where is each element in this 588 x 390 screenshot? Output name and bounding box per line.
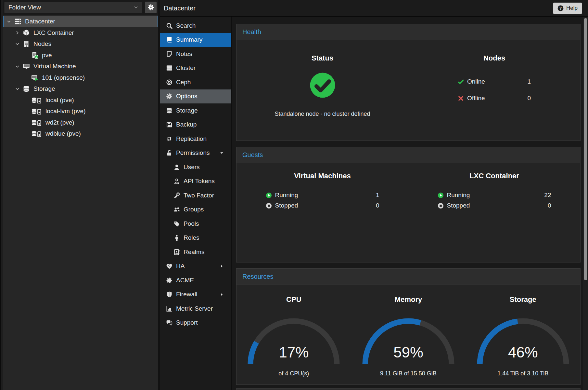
tree-item-label: wd2t (pve)	[45, 119, 74, 126]
menu-item-summary[interactable]: Summary	[160, 33, 231, 47]
tree-item-label: local-lvm (pve)	[45, 108, 86, 115]
tree-item-wdblue-pve[interactable]: wdblue (pve)	[3, 128, 158, 140]
submenu-caret	[220, 264, 227, 268]
menu-item-label: Backup	[176, 121, 197, 128]
expander-down[interactable]	[15, 42, 22, 47]
gauge-percent: 17%	[245, 343, 342, 361]
expander-down[interactable]	[15, 64, 22, 69]
expander-down[interactable]	[15, 87, 22, 91]
view-mode-select[interactable]: Folder View	[5, 2, 142, 13]
check-circle-icon	[310, 72, 336, 98]
resource-tree-panel: Folder View DatacenterLXC ContainerNodes…	[0, 0, 158, 390]
menu-item-firewall[interactable]: Firewall	[160, 288, 231, 302]
cluster-icon	[14, 18, 21, 25]
menu-item-realms[interactable]: Realms	[160, 245, 231, 259]
menu-item-two-factor[interactable]: Two Factor	[160, 188, 231, 203]
lxc-rows: Running22Stopped0	[438, 190, 551, 211]
help-label: Help	[566, 5, 578, 11]
tree-item-local-lvm-pve[interactable]: local-lvm (pve)	[3, 106, 158, 117]
menu-item-cluster[interactable]: Cluster	[160, 61, 231, 75]
menu-item-api-tokens[interactable]: API Tokens	[160, 174, 231, 189]
menu-item-label: Users	[184, 164, 200, 171]
monitor-icon	[23, 63, 30, 70]
main-region: Datacenter ? Help SearchSummaryNotesClus…	[160, 0, 588, 390]
tag-icon	[173, 221, 180, 227]
gauge-detail: 9.11 GiB of 15.50 GiB	[351, 370, 466, 377]
menu-item-label: Permissions	[176, 149, 210, 156]
scrollbar-thumb[interactable]	[584, 18, 587, 280]
menu-item-metric-server[interactable]: Metric Server	[160, 302, 231, 316]
menu-item-ha[interactable]: HA	[160, 259, 231, 274]
menu-item-permissions[interactable]: Permissions	[160, 146, 231, 160]
menu-item-label: Summary	[176, 36, 202, 43]
menu-item-options[interactable]: Options	[160, 89, 231, 104]
db-box-icon	[31, 108, 42, 114]
tree-item-wd2t-pve[interactable]: wd2t (pve)	[3, 117, 158, 128]
gauge-percent: 46%	[474, 343, 572, 361]
menu-item-support[interactable]: Support	[160, 316, 231, 330]
menu-item-storage[interactable]: Storage	[160, 103, 231, 118]
view-mode-label: Folder View	[8, 4, 41, 11]
menu-item-label: Two Factor	[184, 192, 214, 199]
floppy-icon	[166, 121, 173, 128]
menu-item-label: Search	[176, 22, 196, 29]
menu-item-replication[interactable]: Replication	[160, 132, 231, 146]
left-rail	[0, 0, 3, 390]
help-button[interactable]: ? Help	[553, 3, 582, 14]
vm-rows: Running1Stopped0	[266, 190, 379, 211]
tree-item-pve[interactable]: pve	[3, 50, 158, 61]
stat-value: 0	[527, 95, 531, 102]
menu-item-users[interactable]: Users	[160, 160, 231, 174]
health-panel-header: Health	[236, 24, 580, 40]
tree-item-label: 101 (opnsense)	[42, 74, 85, 81]
user-icon	[173, 164, 180, 170]
tree-item-lxc-container[interactable]: LXC Container	[3, 27, 158, 39]
tree-item-101-opnsense[interactable]: 101 (opnsense)	[3, 72, 158, 84]
tree-item-label: Datacenter	[25, 18, 55, 25]
tree-item-local-pve[interactable]: local (pve)	[3, 95, 158, 106]
gauge-storage: Storage46%1.44 TiB of 3.10 TiB	[466, 285, 580, 384]
menu-item-label: Roles	[184, 234, 199, 241]
menu-item-search[interactable]: Search	[160, 19, 231, 33]
stat-label: Stopped	[275, 202, 298, 209]
tree-item-datacenter[interactable]: Datacenter	[3, 16, 158, 27]
note-icon	[166, 51, 173, 57]
book-icon	[166, 36, 173, 43]
stat-label: Running	[447, 192, 470, 199]
search-icon	[166, 22, 173, 29]
view-config-button[interactable]	[145, 2, 157, 13]
tree-item-label: local (pve)	[45, 97, 74, 104]
lxc-heading: LXC Container	[408, 172, 580, 180]
nodes-heading: Nodes	[408, 54, 580, 62]
chart-icon	[166, 305, 173, 312]
tree-item-nodes[interactable]: Nodes	[3, 38, 158, 50]
next-panel-edge	[236, 388, 581, 390]
stat-label: Offline	[467, 95, 485, 102]
chevron-right-icon	[15, 30, 20, 35]
gauge-percent: 59%	[360, 343, 457, 361]
menu-item-groups[interactable]: Groups	[160, 203, 231, 217]
unlock-icon	[166, 150, 173, 156]
vertical-scrollbar[interactable]	[583, 17, 588, 390]
summary-content: Health Status Standalone node - no clust…	[232, 17, 583, 390]
gauge-arc: 17%	[245, 318, 342, 367]
comments-icon	[166, 319, 173, 326]
menu-item-roles[interactable]: Roles	[160, 231, 231, 245]
expander-down[interactable]	[7, 19, 13, 24]
tree-item-virtual-machine[interactable]: Virtual Machine	[3, 61, 158, 72]
tree-item-storage[interactable]: Storage	[3, 83, 158, 95]
gauge-title: Storage	[466, 295, 580, 304]
menu-item-notes[interactable]: Notes	[160, 47, 231, 61]
gauge-title: Memory	[351, 295, 466, 304]
stat-value: 0	[548, 202, 551, 209]
key-icon	[173, 192, 180, 199]
menu-item-ceph[interactable]: Ceph	[160, 75, 231, 89]
nodes-rows: Online1Offline0	[458, 76, 531, 104]
menu-item-label: API Tokens	[184, 178, 215, 185]
expander-right[interactable]	[15, 30, 22, 35]
menu-item-backup[interactable]: Backup	[160, 118, 231, 132]
question-icon: ?	[557, 5, 564, 11]
menu-item-pools[interactable]: Pools	[160, 217, 231, 231]
gear-icon	[166, 93, 173, 100]
menu-item-acme[interactable]: ACME	[160, 273, 231, 288]
